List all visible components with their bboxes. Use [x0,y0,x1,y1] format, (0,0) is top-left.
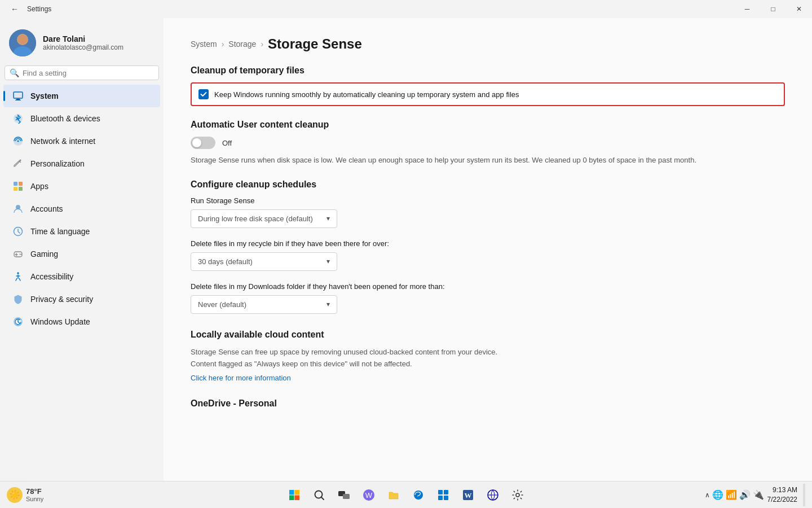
privacy-icon [12,294,24,305]
taskbar-word[interactable]: W [457,484,479,506]
sidebar-item-time[interactable]: Time & language [3,220,160,243]
toggle-row: Off [191,137,785,149]
main-content: System › Storage › Storage Sense Cleanup… [164,18,812,481]
search-input[interactable] [23,69,154,77]
onedrive-title: OneDrive - Personal [191,398,785,409]
weather-info: 78°F Sunny [26,487,43,502]
tray-arrow[interactable]: ∧ [705,491,710,499]
breadcrumb-sep1: › [222,40,224,49]
sidebar-label-time: Time & language [30,227,90,236]
gaming-icon [12,248,24,260]
cloud-desc2: Content flagged as "Always keep on this … [191,360,785,368]
sidebar-item-accounts[interactable]: Accounts [3,198,160,220]
taskbar-edge[interactable] [407,484,430,506]
taskbar-right: ∧ 🌐 📶 🔊 🔌 9:13 AM 7/22/2022 [705,484,805,506]
sidebar-item-gaming[interactable]: Gaming [3,243,160,265]
sidebar-label-system: System [30,91,59,100]
sidebar-item-apps[interactable]: Apps [3,175,160,198]
weather-label: Sunny [26,496,43,502]
sidebar-item-network[interactable]: Network & internet [3,130,160,152]
close-button[interactable]: ✕ [786,0,812,18]
minimize-button[interactable]: ─ [734,0,760,18]
network-icon [12,135,24,147]
taskbar-settings[interactable] [506,484,529,506]
svg-point-3 [17,34,28,45]
user-profile: Dare Tolani akinolatolasco@gmail.com [0,23,164,65]
show-desktop-button[interactable] [803,484,805,506]
apps-icon [12,181,24,192]
svg-rect-13 [19,187,23,191]
system-tray: ∧ 🌐 📶 🔊 🔌 [705,489,764,500]
titlebar-controls: ─ □ ✕ [734,0,812,18]
svg-point-9 [17,141,19,142]
volume-tray-icon[interactable]: 🔊 [739,489,751,500]
titlebar-title: Settings [27,5,51,13]
svg-point-17 [20,254,21,255]
cleanup-checkbox[interactable] [198,89,209,99]
sidebar-item-personalization[interactable]: Personalization [3,152,160,175]
downloads-label: Delete files in my Downloads folder if t… [191,282,785,291]
sidebar: Dare Tolani akinolatolasco@gmail.com 🔍 S… [0,18,164,481]
system-icon [12,90,24,102]
breadcrumb-current: Storage Sense [268,36,362,52]
start-button[interactable] [283,484,306,506]
taskbar-datetime[interactable]: 9:13 AM 7/22/2022 [767,485,797,505]
taskbar-time-value: 9:13 AM [767,485,797,495]
back-button[interactable]: ← [7,1,23,17]
sidebar-item-system[interactable]: System [3,85,160,107]
sidebar-item-bluetooth[interactable]: Bluetooth & devices [3,107,160,130]
taskbar-widgets[interactable]: W [358,484,380,506]
sidebar-item-accessibility[interactable]: Accessibility [3,265,160,288]
sidebar-label-update: Windows Update [30,317,90,326]
recycle-label: Delete files in my recycle bin if they h… [191,239,785,248]
sidebar-label-apps: Apps [30,182,48,191]
titlebar: ← Settings ─ □ ✕ [0,0,812,18]
sidebar-label-privacy: Privacy & security [30,295,93,304]
svg-rect-24 [295,495,300,500]
cleanup-checkbox-row[interactable]: Keep Windows running smoothly by automat… [191,82,785,106]
sidebar-item-update[interactable]: Windows Update [3,310,160,333]
user-name: Dare Tolani [43,34,123,43]
recycle-dropdown[interactable]: 30 days (default) ▾ [191,252,337,271]
downloads-dropdown-value: Never (default) [198,300,246,309]
svg-point-18 [21,254,22,255]
breadcrumb-sep2: › [261,40,263,49]
accounts-icon [12,203,24,214]
cloud-title: Locally available cloud content [191,330,785,340]
sidebar-label-network: Network & internet [30,137,95,146]
sidebar-label-gaming: Gaming [30,249,58,259]
taskbar: ☀️ 78°F Sunny [0,481,812,508]
wifi-tray-icon: 📶 [726,489,737,500]
taskbar-taskview[interactable] [333,484,355,506]
taskbar-search[interactable] [308,484,330,506]
search-box[interactable]: 🔍 [5,65,159,80]
user-email: akinolatolasco@gmail.com [43,43,123,51]
update-icon [12,316,24,327]
svg-rect-30 [438,490,443,494]
recycle-bin-config: Delete files in my recycle bin if they h… [191,239,785,271]
svg-text:W: W [465,491,472,500]
maximize-button[interactable]: □ [760,0,786,18]
auto-cleanup-toggle[interactable] [191,137,215,149]
network-tray-icon: 🌐 [712,489,723,500]
run-dropdown[interactable]: During low free disk space (default) ▾ [191,209,337,228]
battery-tray-icon: 🔌 [753,489,764,500]
svg-rect-31 [444,490,448,494]
taskbar-browser[interactable] [482,484,504,506]
downloads-dropdown[interactable]: Never (default) ▾ [191,295,337,314]
run-storage-sense-config: Run Storage Sense During low free disk s… [191,196,785,228]
sidebar-label-personalization: Personalization [30,159,85,168]
accessibility-icon [12,271,24,282]
svg-rect-22 [295,490,300,495]
cloud-section: Locally available cloud content Storage … [191,330,785,383]
cloud-link[interactable]: Click here for more information [191,374,291,382]
taskbar-fileexplorer[interactable] [382,484,405,506]
sidebar-item-privacy[interactable]: Privacy & security [3,288,160,310]
svg-rect-12 [14,187,17,191]
toggle-label: Off [222,139,232,147]
taskbar-center: W W [283,484,529,506]
breadcrumb-system[interactable]: System [191,40,217,49]
sidebar-label-accounts: Accounts [30,204,63,213]
taskbar-store[interactable] [432,484,454,506]
breadcrumb-storage[interactable]: Storage [228,40,256,49]
